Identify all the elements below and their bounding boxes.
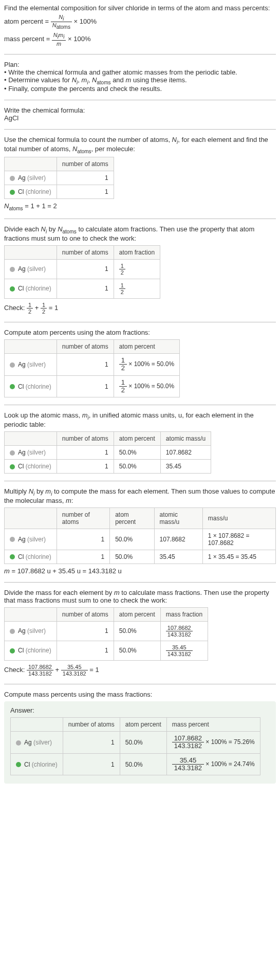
na-var: N xyxy=(52,22,57,28)
ag-atomic-mass: 107.8682 xyxy=(154,529,202,550)
na-sub: atoms xyxy=(77,148,91,154)
ag-count: 1 xyxy=(57,621,114,641)
pct-text: × 100% = 50.0% xyxy=(127,360,174,368)
cl-count: 1 xyxy=(63,753,120,775)
atom-fractions-block: Divide each Ni by Natoms to calculate at… xyxy=(4,225,276,315)
frac-num: 1 xyxy=(119,379,127,387)
text-a: Divide each xyxy=(4,225,41,233)
n-var: N xyxy=(172,136,177,143)
mass-percents-table: number of atoms atom percent mass percen… xyxy=(10,717,260,775)
element-cell-cl: Cl (chlorine) xyxy=(5,279,57,298)
atom-percent-formula: atom percent = Ni Natoms × 100% xyxy=(4,14,276,30)
answer-box: Answer: number of atoms atom percent mas… xyxy=(4,701,276,784)
count-atoms-table: number of atoms Ag (silver) 1 Cl (chlori… xyxy=(4,157,114,199)
cl-atom-fraction: 12 xyxy=(114,279,160,298)
plan-b2-pre: • Determine values for xyxy=(4,76,72,84)
element-symbol: Ag xyxy=(24,739,32,746)
element-name: (silver) xyxy=(26,265,46,273)
element-cell-cl: Cl (chlorine) xyxy=(5,550,57,564)
divider xyxy=(4,100,276,100)
ag-count: 1 xyxy=(57,354,114,376)
cl-atom-percent: 50.0% xyxy=(114,459,160,473)
sum-eq: = 107.8682 u + 35.45 u = 143.3182 u xyxy=(10,567,122,575)
element-name: (chlorine) xyxy=(24,383,51,390)
n-var: N xyxy=(53,32,58,38)
col-atom-percent: atom percent xyxy=(110,507,154,529)
frac-num: 1 xyxy=(119,263,125,269)
chemical-formula-value: AgCl xyxy=(4,114,276,122)
silver-dot-icon xyxy=(10,450,15,456)
element-symbol: Cl xyxy=(24,761,30,768)
table-header-row: number of atoms atom percent atomic mass… xyxy=(5,507,276,529)
silver-dot-icon xyxy=(16,740,21,746)
divider xyxy=(4,684,276,684)
chlorine-dot-icon xyxy=(10,384,15,389)
frac-den: 143.3182 xyxy=(61,670,88,677)
n-var: N xyxy=(72,76,77,84)
cl-mass-fraction: 35.45143.3182 xyxy=(160,641,208,660)
element-name: (chlorine) xyxy=(24,285,51,292)
na-sub: atoms xyxy=(63,229,77,234)
mass-percents-block: Compute mass percents using the mass fra… xyxy=(4,691,276,784)
text-a: Look up the atomic mass, xyxy=(4,411,82,419)
element-cell-ag: Ag (silver) xyxy=(5,259,57,279)
ag-atom-percent: 50.0% xyxy=(120,732,166,754)
frac-den: 143.3182 xyxy=(172,742,204,750)
table-row: Cl (chlorine) 1 12 × 100% = 50.0% xyxy=(5,375,180,397)
chlorine-dot-icon xyxy=(16,762,21,767)
element-symbol: Ag xyxy=(18,627,26,634)
check-pre: Check: xyxy=(4,666,27,674)
frac-den: 143.3182 xyxy=(166,651,193,657)
text-c: , per molecule: xyxy=(91,145,135,153)
element-name: (silver) xyxy=(32,739,52,746)
text-a: Use the chemical formula to count the nu… xyxy=(4,136,172,143)
table-row: Ag (silver) 1 50.0% 107.8682143.3182 × 1… xyxy=(11,732,260,754)
element-name: (chlorine) xyxy=(30,761,57,768)
cl-atom-percent: 12 × 100% = 50.0% xyxy=(114,375,179,397)
frac-den: 2 xyxy=(27,308,33,315)
divider xyxy=(4,582,276,583)
text-b: by xyxy=(47,225,58,233)
mass-fractions-table: number of atoms atom percent mass fracti… xyxy=(4,607,208,661)
cl-count: 1 xyxy=(57,185,114,199)
col-mass-percent: mass percent xyxy=(166,718,260,732)
atomic-mass-block: Look up the atomic mass, mi, in unified … xyxy=(4,411,276,474)
na-var: N xyxy=(58,225,62,233)
col-number-of-atoms: number of atoms xyxy=(57,507,109,529)
divider xyxy=(4,322,276,322)
silver-dot-icon xyxy=(10,537,15,542)
atom-percents-heading: Compute atom percents using the atom fra… xyxy=(4,329,276,336)
m-var: m xyxy=(45,487,51,495)
na-sub: atoms xyxy=(97,79,110,85)
table-row: Ag (silver) 1 12 × 100% = 50.0% xyxy=(5,354,180,376)
col-atomic-mass: atomic mass/u xyxy=(160,431,211,445)
frac-num: 35.45 xyxy=(166,644,193,651)
frac-num: 107.8682 xyxy=(166,625,193,631)
frac-num: 1 xyxy=(119,282,125,289)
frac-num: 1 xyxy=(41,302,47,308)
n-var: N xyxy=(41,225,46,233)
table-header-row: number of atoms atom percent atomic mass… xyxy=(5,431,211,445)
na-sub: atoms xyxy=(9,206,23,211)
m-var: m xyxy=(4,567,10,575)
element-name: (chlorine) xyxy=(24,188,51,195)
mass-multiply-block: Multiply Ni by mi to compute the mass fo… xyxy=(4,487,276,575)
divider xyxy=(4,405,276,405)
ag-mass: 1 × 107.8682 = 107.8682 xyxy=(202,529,275,550)
atom-percent-lhs: atom percent = xyxy=(4,17,51,25)
col-atom-percent: atom percent xyxy=(120,718,166,732)
and-text: and xyxy=(111,76,126,84)
atom-fractions-text: Divide each Ni by Natoms to calculate at… xyxy=(4,225,276,242)
intro-prompt: Find the elemental composition for silve… xyxy=(4,4,276,12)
m-var: m xyxy=(59,32,63,38)
table-header-row: number of atoms atom percent mass fracti… xyxy=(5,607,208,621)
element-cell-ag: Ag (silver) xyxy=(11,732,63,754)
atomic-mass-text: Look up the atomic mass, mi, in unified … xyxy=(4,411,276,428)
ag-count: 1 xyxy=(57,171,114,185)
ag-mass-percent: 107.8682143.3182 × 100% = 75.26% xyxy=(166,732,260,754)
plan-block: Plan: • Write the chemical formula and g… xyxy=(4,61,276,93)
count-atoms-text: Use the chemical formula to count the nu… xyxy=(4,136,276,154)
element-name: (chlorine) xyxy=(24,553,51,560)
element-name: (silver) xyxy=(26,536,46,543)
cl-mass-percent: 35.45143.3182 × 100% = 24.74% xyxy=(166,753,260,775)
